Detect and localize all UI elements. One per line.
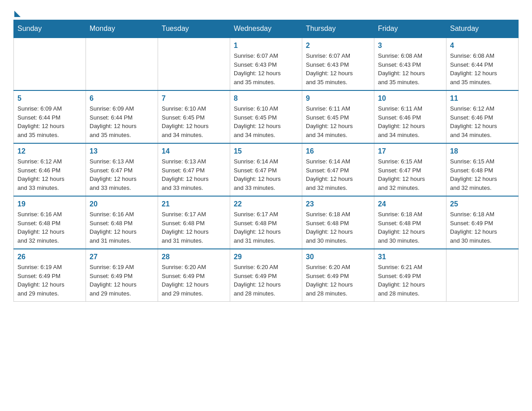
logo bbox=[13, 9, 26, 15]
day-info: Sunrise: 6:10 AM Sunset: 6:45 PM Dayligh… bbox=[234, 104, 298, 139]
weekday-header-monday: Monday bbox=[86, 20, 158, 38]
day-info: Sunrise: 6:17 AM Sunset: 6:48 PM Dayligh… bbox=[234, 210, 298, 245]
day-info: Sunrise: 6:07 AM Sunset: 6:43 PM Dayligh… bbox=[234, 51, 298, 86]
day-info: Sunrise: 6:21 AM Sunset: 6:49 PM Dayligh… bbox=[378, 263, 442, 298]
week-row-5: 26Sunrise: 6:19 AM Sunset: 6:49 PM Dayli… bbox=[14, 249, 519, 302]
day-number: 15 bbox=[234, 147, 298, 155]
calendar-cell: 21Sunrise: 6:17 AM Sunset: 6:48 PM Dayli… bbox=[158, 196, 230, 249]
day-number: 16 bbox=[306, 147, 370, 155]
day-info: Sunrise: 6:10 AM Sunset: 6:45 PM Dayligh… bbox=[162, 104, 226, 139]
day-number: 3 bbox=[378, 42, 442, 50]
calendar-cell: 8Sunrise: 6:10 AM Sunset: 6:45 PM Daylig… bbox=[230, 90, 302, 143]
day-number: 8 bbox=[234, 94, 298, 103]
week-row-1: 1Sunrise: 6:07 AM Sunset: 6:43 PM Daylig… bbox=[14, 38, 519, 90]
day-number: 4 bbox=[450, 42, 515, 50]
page-header bbox=[13, 9, 519, 15]
day-info: Sunrise: 6:20 AM Sunset: 6:49 PM Dayligh… bbox=[234, 263, 298, 298]
day-number: 5 bbox=[17, 94, 82, 103]
day-info: Sunrise: 6:20 AM Sunset: 6:49 PM Dayligh… bbox=[162, 263, 226, 298]
day-number: 17 bbox=[378, 147, 442, 155]
calendar-cell: 2Sunrise: 6:07 AM Sunset: 6:43 PM Daylig… bbox=[302, 38, 374, 90]
day-number: 24 bbox=[378, 200, 442, 208]
day-number: 25 bbox=[450, 200, 515, 208]
calendar-cell: 17Sunrise: 6:15 AM Sunset: 6:47 PM Dayli… bbox=[374, 143, 446, 196]
day-info: Sunrise: 6:11 AM Sunset: 6:45 PM Dayligh… bbox=[306, 104, 370, 139]
day-info: Sunrise: 6:11 AM Sunset: 6:46 PM Dayligh… bbox=[378, 104, 442, 139]
day-number: 28 bbox=[162, 253, 226, 261]
day-number: 10 bbox=[378, 94, 442, 103]
day-number: 20 bbox=[90, 200, 154, 208]
calendar-cell: 27Sunrise: 6:19 AM Sunset: 6:49 PM Dayli… bbox=[86, 249, 158, 302]
day-info: Sunrise: 6:16 AM Sunset: 6:48 PM Dayligh… bbox=[17, 210, 82, 245]
day-number: 22 bbox=[234, 200, 298, 208]
day-number: 11 bbox=[450, 94, 515, 103]
calendar-cell: 3Sunrise: 6:08 AM Sunset: 6:43 PM Daylig… bbox=[374, 38, 446, 90]
weekday-header-wednesday: Wednesday bbox=[230, 20, 302, 38]
calendar-cell: 20Sunrise: 6:16 AM Sunset: 6:48 PM Dayli… bbox=[86, 196, 158, 249]
calendar-cell: 25Sunrise: 6:18 AM Sunset: 6:49 PM Dayli… bbox=[446, 196, 519, 249]
day-number: 19 bbox=[17, 200, 82, 208]
day-number: 12 bbox=[17, 147, 82, 155]
day-info: Sunrise: 6:08 AM Sunset: 6:43 PM Dayligh… bbox=[378, 51, 442, 86]
day-info: Sunrise: 6:18 AM Sunset: 6:49 PM Dayligh… bbox=[450, 210, 515, 245]
day-info: Sunrise: 6:13 AM Sunset: 6:47 PM Dayligh… bbox=[90, 157, 154, 192]
day-number: 9 bbox=[306, 94, 370, 103]
day-number: 23 bbox=[306, 200, 370, 208]
day-number: 14 bbox=[162, 147, 226, 155]
calendar-cell: 10Sunrise: 6:11 AM Sunset: 6:46 PM Dayli… bbox=[374, 90, 446, 143]
day-info: Sunrise: 6:16 AM Sunset: 6:48 PM Dayligh… bbox=[90, 210, 154, 245]
day-info: Sunrise: 6:12 AM Sunset: 6:46 PM Dayligh… bbox=[17, 157, 82, 192]
calendar-cell: 31Sunrise: 6:21 AM Sunset: 6:49 PM Dayli… bbox=[374, 249, 446, 302]
day-number: 29 bbox=[234, 253, 298, 261]
calendar-cell: 12Sunrise: 6:12 AM Sunset: 6:46 PM Dayli… bbox=[14, 143, 86, 196]
week-row-4: 19Sunrise: 6:16 AM Sunset: 6:48 PM Dayli… bbox=[14, 196, 519, 249]
day-number: 2 bbox=[306, 42, 370, 50]
calendar-cell: 5Sunrise: 6:09 AM Sunset: 6:44 PM Daylig… bbox=[14, 90, 86, 143]
weekday-header-saturday: Saturday bbox=[446, 20, 519, 38]
calendar-cell bbox=[158, 38, 230, 90]
calendar-cell bbox=[14, 38, 86, 90]
calendar-cell: 13Sunrise: 6:13 AM Sunset: 6:47 PM Dayli… bbox=[86, 143, 158, 196]
week-row-3: 12Sunrise: 6:12 AM Sunset: 6:46 PM Dayli… bbox=[14, 143, 519, 196]
day-info: Sunrise: 6:12 AM Sunset: 6:46 PM Dayligh… bbox=[450, 104, 515, 139]
day-number: 6 bbox=[90, 94, 154, 103]
calendar-cell: 9Sunrise: 6:11 AM Sunset: 6:45 PM Daylig… bbox=[302, 90, 374, 143]
day-number: 21 bbox=[162, 200, 226, 208]
calendar-cell: 22Sunrise: 6:17 AM Sunset: 6:48 PM Dayli… bbox=[230, 196, 302, 249]
calendar-cell: 18Sunrise: 6:15 AM Sunset: 6:48 PM Dayli… bbox=[446, 143, 519, 196]
day-number: 31 bbox=[378, 253, 442, 261]
day-info: Sunrise: 6:14 AM Sunset: 6:47 PM Dayligh… bbox=[234, 157, 298, 192]
calendar-cell: 7Sunrise: 6:10 AM Sunset: 6:45 PM Daylig… bbox=[158, 90, 230, 143]
calendar-cell: 28Sunrise: 6:20 AM Sunset: 6:49 PM Dayli… bbox=[158, 249, 230, 302]
day-info: Sunrise: 6:19 AM Sunset: 6:49 PM Dayligh… bbox=[90, 263, 154, 298]
day-info: Sunrise: 6:15 AM Sunset: 6:48 PM Dayligh… bbox=[450, 157, 515, 192]
day-info: Sunrise: 6:18 AM Sunset: 6:48 PM Dayligh… bbox=[306, 210, 370, 245]
day-info: Sunrise: 6:20 AM Sunset: 6:49 PM Dayligh… bbox=[306, 263, 370, 298]
calendar-table: SundayMondayTuesdayWednesdayThursdayFrid… bbox=[13, 20, 519, 302]
logo-triangle-icon bbox=[14, 11, 21, 17]
calendar-cell bbox=[446, 249, 519, 302]
weekday-header-sunday: Sunday bbox=[14, 20, 86, 38]
calendar-cell: 24Sunrise: 6:18 AM Sunset: 6:48 PM Dayli… bbox=[374, 196, 446, 249]
calendar-cell: 4Sunrise: 6:08 AM Sunset: 6:44 PM Daylig… bbox=[446, 38, 519, 90]
day-number: 27 bbox=[90, 253, 154, 261]
day-number: 26 bbox=[17, 253, 82, 261]
day-info: Sunrise: 6:14 AM Sunset: 6:47 PM Dayligh… bbox=[306, 157, 370, 192]
day-number: 1 bbox=[234, 42, 298, 50]
day-number: 30 bbox=[306, 253, 370, 261]
day-number: 18 bbox=[450, 147, 515, 155]
weekday-header-tuesday: Tuesday bbox=[158, 20, 230, 38]
day-info: Sunrise: 6:18 AM Sunset: 6:48 PM Dayligh… bbox=[378, 210, 442, 245]
calendar-cell: 16Sunrise: 6:14 AM Sunset: 6:47 PM Dayli… bbox=[302, 143, 374, 196]
day-info: Sunrise: 6:15 AM Sunset: 6:47 PM Dayligh… bbox=[378, 157, 442, 192]
calendar-cell: 23Sunrise: 6:18 AM Sunset: 6:48 PM Dayli… bbox=[302, 196, 374, 249]
calendar-cell: 15Sunrise: 6:14 AM Sunset: 6:47 PM Dayli… bbox=[230, 143, 302, 196]
weekday-header-thursday: Thursday bbox=[302, 20, 374, 38]
day-info: Sunrise: 6:09 AM Sunset: 6:44 PM Dayligh… bbox=[17, 104, 82, 139]
day-number: 13 bbox=[90, 147, 154, 155]
day-info: Sunrise: 6:17 AM Sunset: 6:48 PM Dayligh… bbox=[162, 210, 226, 245]
calendar-cell: 29Sunrise: 6:20 AM Sunset: 6:49 PM Dayli… bbox=[230, 249, 302, 302]
weekday-header-friday: Friday bbox=[374, 20, 446, 38]
calendar-cell: 30Sunrise: 6:20 AM Sunset: 6:49 PM Dayli… bbox=[302, 249, 374, 302]
calendar-cell: 14Sunrise: 6:13 AM Sunset: 6:47 PM Dayli… bbox=[158, 143, 230, 196]
